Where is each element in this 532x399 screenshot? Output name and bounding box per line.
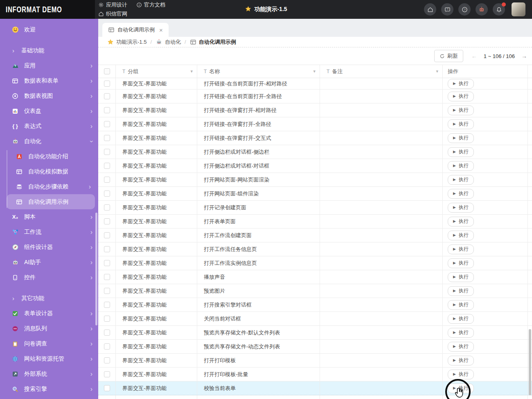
- sidebar-item-仪表盘[interactable]: 仪表盘›: [0, 103, 98, 119]
- breadcrumb-item-自动化调用示例[interactable]: 自动化调用示例: [190, 38, 236, 46]
- row-checkbox[interactable]: [104, 385, 110, 391]
- table-row[interactable]: 界面交互-界面功能打开链接-在当前页面打开-全路径▶执行: [98, 90, 532, 103]
- execute-button[interactable]: ▶执行: [448, 244, 474, 254]
- table-row[interactable]: 界面交互-界面功能预览共享存储文件-默认文件列表▶执行: [98, 326, 532, 340]
- table-row[interactable]: 界面交互-界面功能打开表单页面▶执行: [98, 215, 532, 229]
- table-row[interactable]: 界面交互-界面功能打开网站页面-组件渲染▶执行: [98, 187, 532, 201]
- sidebar-section-其它功能[interactable]: ›其它功能: [0, 291, 98, 306]
- execute-button[interactable]: ▶执行: [448, 133, 474, 143]
- column-header-名称[interactable]: T名称▾: [197, 65, 320, 78]
- table-row[interactable]: 界面交互-界面功能关闭当前对话框▶执行: [98, 312, 532, 326]
- breadcrumb-item-功能演示-1.5[interactable]: 功能演示-1.5: [107, 38, 147, 46]
- row-checkbox[interactable]: [104, 135, 110, 141]
- app-logo[interactable]: INFORMAT DEMO: [6, 4, 62, 14]
- row-checkbox[interactable]: [104, 302, 110, 308]
- sidebar-item-问卷调查[interactable]: 问卷调查›: [0, 336, 98, 351]
- execute-button[interactable]: ▶执行: [448, 92, 474, 101]
- sidebar-item-数据表和表单[interactable]: 数据表和表单›: [0, 73, 98, 88]
- execute-button[interactable]: ▶执行: [448, 342, 474, 352]
- row-checkbox[interactable]: [104, 288, 110, 294]
- column-dropdown-icon[interactable]: ▾: [313, 69, 316, 74]
- home-button[interactable]: [424, 3, 436, 16]
- topnav-official-docs[interactable]: 官方文档: [136, 1, 165, 9]
- table-row[interactable]: 界面交互-界面功能打开链接-在弹窗打开-相对路径▶执行: [98, 103, 532, 117]
- row-checkbox[interactable]: [104, 163, 110, 169]
- sidebar-item-表达式[interactable]: { }表达式›: [0, 119, 98, 134]
- refresh-button[interactable]: 刷新: [434, 50, 463, 62]
- execute-button[interactable]: ▶执行: [448, 356, 474, 365]
- execute-button[interactable]: ▶执行: [448, 370, 474, 379]
- execute-button[interactable]: ▶执行: [448, 105, 474, 115]
- sidebar-section-基础功能[interactable]: ›基础功能: [0, 43, 98, 58]
- column-dropdown-icon[interactable]: ▾: [190, 69, 193, 74]
- column-header-备注[interactable]: T备注▾: [320, 65, 443, 78]
- tab-automation-examples[interactable]: 自动化调用示例 ×: [102, 23, 169, 37]
- table-row[interactable]: 界面交互-界面功能打开侧边栏或对话框-侧边栏▶执行: [98, 145, 532, 159]
- table-row[interactable]: 界面交互-界面功能打开打印模板▶执行: [98, 354, 532, 368]
- table-row[interactable]: 界面交互-界面功能打开链接-在弹窗打开-交互式▶执行: [98, 131, 532, 145]
- execute-button[interactable]: ▶执行: [448, 314, 474, 324]
- close-icon[interactable]: ×: [159, 27, 163, 34]
- sidebar-item-脚本[interactable]: X₂脚本›: [0, 209, 98, 224]
- row-checkbox[interactable]: [104, 274, 110, 280]
- table-row[interactable]: 界面交互-界面功能打开工作流实例信息页▶执行: [98, 256, 532, 270]
- table-row[interactable]: 界面交互-界面功能打开工作流创建页面▶执行: [98, 229, 532, 242]
- table-row[interactable]: 界面交互-界面功能播放声音▶执行: [98, 270, 532, 284]
- sidebar-item-外部系统[interactable]: 外部系统›: [0, 366, 98, 381]
- table-row[interactable]: 界面交互-界面功能打开链接-在当前页面打开-相对路径▶执行: [98, 78, 532, 90]
- row-checkbox[interactable]: [104, 204, 110, 211]
- feedback-button[interactable]: ?: [441, 3, 453, 16]
- row-checkbox[interactable]: [104, 81, 110, 87]
- execute-button[interactable]: ▶执行: [448, 231, 474, 240]
- table-scrollbar[interactable]: [529, 329, 531, 395]
- table-row[interactable]: 界面交互-界面功能打开网站页面-网站页面渲染▶执行: [98, 173, 532, 187]
- row-checkbox[interactable]: [104, 93, 110, 99]
- sidebar-item-组件设计器[interactable]: 组件设计器›: [0, 240, 98, 255]
- row-checkbox[interactable]: [104, 149, 110, 155]
- execute-button[interactable]: ▶执行: [448, 286, 474, 296]
- table-row[interactable]: 界面交互-界面功能预览图片▶执行: [98, 284, 532, 298]
- column-header-操作[interactable]: 操作: [443, 65, 528, 78]
- sidebar-item-应用[interactable]: 应用›: [0, 58, 98, 73]
- row-checkbox[interactable]: [104, 330, 110, 336]
- row-checkbox[interactable]: [104, 343, 110, 350]
- row-checkbox[interactable]: [104, 107, 110, 113]
- execute-button[interactable]: ▶执行: [448, 300, 474, 310]
- execute-button[interactable]: ▶执行: [448, 217, 474, 226]
- topnav-zhixin-site[interactable]: 织信官网: [98, 10, 127, 18]
- execute-button[interactable]: ▶执行: [448, 328, 474, 338]
- next-page-icon[interactable]: →: [521, 53, 527, 59]
- table-row[interactable]: 界面交互-界面功能打开搜索引擎对话框▶执行: [98, 298, 532, 312]
- row-checkbox[interactable]: [104, 191, 110, 197]
- sidebar-subitem-自动化模拟数据[interactable]: 自动化模拟数据: [7, 164, 95, 179]
- table-row[interactable]: 界面交互-界面功能预览共享存储文件-动态文件列表▶执行: [98, 340, 532, 354]
- execute-button[interactable]: ▶执行: [448, 161, 474, 171]
- sidebar-subitem-自动化步骤依赖[interactable]: 自动化步骤依赖›: [7, 179, 95, 194]
- table-row[interactable]: 界面交互-界面功能打开打印模板-批量▶执行: [98, 368, 532, 381]
- sidebar-item-自动化[interactable]: 自动化›: [0, 134, 98, 149]
- sidebar-item-数据表视图[interactable]: 数据表视图›: [0, 88, 98, 103]
- row-checkbox[interactable]: [104, 371, 110, 377]
- row-checkbox[interactable]: [104, 260, 110, 266]
- execute-button[interactable]: ▶执行: [448, 189, 474, 199]
- help-button[interactable]: ?: [458, 3, 471, 16]
- row-checkbox[interactable]: [104, 218, 110, 224]
- execute-button[interactable]: ▶执行: [448, 203, 474, 213]
- column-dropdown-icon[interactable]: ▾: [436, 69, 438, 74]
- sidebar-subitem-自动化功能介绍[interactable]: 自动化功能介绍: [7, 149, 95, 164]
- sidebar-item-控件[interactable]: 控件›: [0, 270, 98, 285]
- row-checkbox[interactable]: [104, 357, 110, 363]
- sidebar-scrollbar[interactable]: [95, 213, 97, 325]
- execute-button[interactable]: ▶执行: [448, 79, 474, 89]
- execute-button[interactable]: ▶执行: [448, 258, 474, 268]
- execute-button[interactable]: ▶执行: [448, 147, 474, 157]
- select-all-checkbox[interactable]: [104, 68, 110, 74]
- column-header-分组[interactable]: T分组▾: [116, 65, 197, 78]
- row-checkbox[interactable]: [104, 316, 110, 322]
- sidebar-item-表单设计器[interactable]: 表单设计器›: [0, 306, 98, 321]
- table-row[interactable]: 界面交互-界面功能打开工作流任务信息页▶执行: [98, 242, 532, 256]
- table-row[interactable]: 界面交互-界面功能打开记录创建页面▶执行: [98, 201, 532, 215]
- table-row[interactable]: 界面交互-界面功能打开链接-在弹窗打开-全路径▶执行: [98, 117, 532, 131]
- topnav-app-design[interactable]: 应用设计: [98, 1, 127, 9]
- breadcrumb-item-自动化[interactable]: 自动化: [156, 38, 181, 46]
